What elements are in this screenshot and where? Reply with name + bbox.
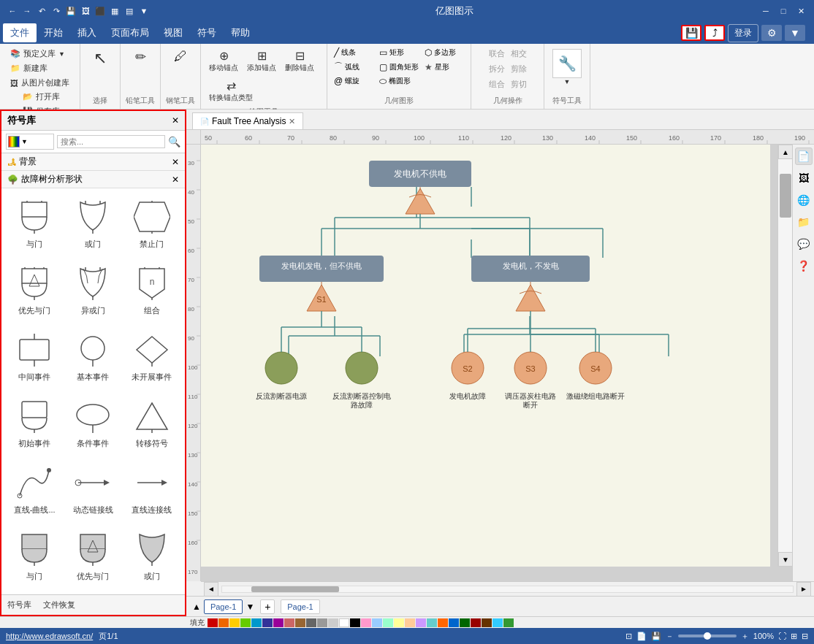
page-tab-1[interactable]: Page-1 [204, 599, 243, 614]
color-picker-icon[interactable] [8, 136, 20, 147]
shape-inhibit-gate[interactable]: 禁止门 [125, 194, 179, 256]
qa-save[interactable]: 💾 [64, 4, 77, 18]
shape-condition-event[interactable]: 条件事件 [66, 394, 120, 456]
ribbon-star-shape[interactable]: ★ 星形 [422, 60, 466, 74]
shape-undeveloped-event[interactable]: 未开展事件 [125, 327, 179, 389]
ribbon-new-lib[interactable]: 📁 新建库 [7, 61, 50, 75]
ribbon-round-rect-shape[interactable]: ▢ 圆角矩形 [377, 60, 421, 74]
color-brown[interactable] [295, 618, 305, 627]
share-button[interactable]: ⤴ [704, 25, 725, 41]
panel-file-restore-btn[interactable]: 文件恢复 [40, 598, 78, 612]
status-url[interactable]: http://www.edrawsoft.cn/ [6, 632, 93, 640]
ribbon-move-anchor[interactable]: ⊕ 移动锚点 [205, 47, 242, 75]
ribbon-add-anchor[interactable]: ⊞ 添加锚点 [243, 47, 280, 75]
settings-button[interactable]: ⚙ [761, 25, 782, 41]
status-fit-icon[interactable]: ⊡ [625, 632, 632, 641]
color-peach[interactable] [405, 618, 415, 627]
qa-menu[interactable]: ▤ [123, 4, 136, 18]
ribbon-spiral-shape[interactable]: @ 螺旋 [332, 75, 376, 87]
color-red[interactable] [208, 618, 218, 627]
right-icon-4[interactable]: 📁 [795, 213, 813, 231]
status-save-icon[interactable]: 💾 [651, 632, 661, 641]
scroll-horizontal-track[interactable] [221, 586, 794, 593]
color-white[interactable] [339, 618, 349, 627]
color-yellow[interactable] [229, 618, 240, 627]
status-fullscreen[interactable]: ⛶ [778, 632, 786, 640]
color-lightyellow[interactable] [394, 618, 404, 627]
scroll-left-button[interactable]: ◄ [204, 582, 218, 597]
canvas[interactable]: 发电机不供电 [201, 145, 792, 581]
category-bg-close[interactable]: ✕ [172, 157, 179, 167]
page-nav-down[interactable]: ▼ [246, 602, 254, 612]
minimize-button[interactable]: ─ [758, 4, 773, 18]
shape-straight-link[interactable]: 直线连接线 [125, 460, 179, 522]
status-more[interactable]: ⊟ [802, 632, 808, 641]
panel-symbol-lib-btn[interactable]: 符号库 [4, 598, 34, 612]
scroll-up-button[interactable]: ▲ [778, 145, 792, 159]
ribbon-shear[interactable]: 剪切 [509, 77, 529, 91]
page-nav-up[interactable]: ▲ [192, 602, 201, 612]
right-icon-1[interactable]: 📄 [795, 147, 813, 165]
qa-redo[interactable]: ↷ [50, 4, 63, 18]
color-darkorange[interactable] [438, 618, 448, 627]
menu-help[interactable]: 帮助 [224, 23, 257, 42]
scroll-right-button[interactable]: ► [796, 582, 811, 597]
scroll-vertical-track[interactable] [778, 159, 792, 552]
login-button[interactable]: 登录 [728, 24, 758, 42]
ribbon-line-shape[interactable]: ╱ 线条 [332, 47, 376, 58]
ribbon-split[interactable]: 拆分 [487, 62, 507, 76]
color-gray[interactable] [306, 618, 316, 627]
maximize-button[interactable]: □ [776, 4, 791, 18]
color-black[interactable] [350, 618, 360, 627]
color-darkgreen[interactable] [460, 618, 470, 627]
page-add-button[interactable]: + [260, 599, 275, 614]
color-green[interactable] [240, 618, 251, 627]
symbol-category-fta[interactable]: 🌳 故障树分析形状 ✕ [1, 171, 185, 188]
leaf-1-circle[interactable] [265, 352, 297, 384]
ribbon-union[interactable]: 联合 [487, 47, 507, 61]
color-lightgray[interactable] [317, 618, 327, 627]
ribbon-select-tool[interactable]: ↖ [85, 47, 115, 70]
ribbon-delete-anchor[interactable]: ⊟ 删除锚点 [281, 47, 318, 75]
save-cloud-button[interactable]: 💾 [681, 25, 701, 41]
scroll-down-button[interactable]: ▼ [778, 552, 792, 567]
ribbon-rect-shape[interactable]: ▭ 矩形 [377, 47, 421, 58]
color-purple[interactable] [273, 618, 284, 627]
close-button[interactable]: ✕ [794, 4, 808, 18]
ribbon-convert-anchor[interactable]: ⇄ 转换锚点类型 [205, 77, 256, 105]
tab-close-icon[interactable]: ✕ [289, 117, 295, 126]
menu-symbol[interactable]: 符号 [190, 23, 224, 42]
ribbon-open-lib[interactable]: 📂 打开库 [20, 90, 63, 104]
shape-combination[interactable]: n 组合 [125, 261, 179, 323]
ribbon-ellipse-shape[interactable]: ⬭ 椭圆形 [377, 75, 421, 87]
color-cyan[interactable] [251, 618, 262, 627]
symbol-category-background[interactable]: 🏞 背景 ✕ [1, 153, 185, 171]
ribbon-combine[interactable]: 组合 [487, 77, 507, 91]
color-darkred[interactable] [471, 618, 481, 627]
color-blue[interactable] [262, 618, 273, 627]
qa-box1[interactable]: ⬛ [94, 4, 107, 18]
right-icon-6[interactable]: ❓ [795, 257, 813, 275]
ribbon-clip[interactable]: 剪除 [509, 62, 529, 76]
shape-intermediate-event[interactable]: 中间事件 [7, 327, 61, 389]
ribbon-polygon-shape[interactable]: ⬡ 多边形 [422, 47, 466, 58]
shape-priority-and[interactable]: 优先与门 [7, 261, 61, 323]
right-icon-5[interactable]: 💬 [795, 235, 813, 253]
zoom-slider[interactable] [678, 635, 737, 637]
ribbon-arc-shape[interactable]: ⌒ 弧线 [332, 60, 376, 74]
color-darkbrown[interactable] [482, 618, 492, 627]
color-silver[interactable] [328, 618, 338, 627]
dropdown-button[interactable]: ▼ [785, 25, 805, 41]
right-icon-2[interactable]: 🖼 [795, 169, 813, 187]
qa-box2[interactable]: ▦ [108, 4, 121, 18]
shape-line-curve[interactable]: 直线-曲线... [7, 460, 61, 522]
color-forestgreen[interactable] [503, 618, 514, 627]
menu-home[interactable]: 开始 [37, 23, 70, 42]
shape-initial-event[interactable]: 初始事件 [7, 394, 61, 456]
scroll-vertical-thumb[interactable] [780, 174, 791, 218]
scrollbar-horizontal[interactable]: ◄ ► [201, 581, 814, 596]
symbol-panel-close[interactable]: ✕ [172, 115, 179, 126]
leaf-2-circle[interactable] [346, 352, 378, 384]
status-page-icon[interactable]: 📄 [636, 632, 647, 641]
menu-insert[interactable]: 插入 [70, 23, 104, 42]
